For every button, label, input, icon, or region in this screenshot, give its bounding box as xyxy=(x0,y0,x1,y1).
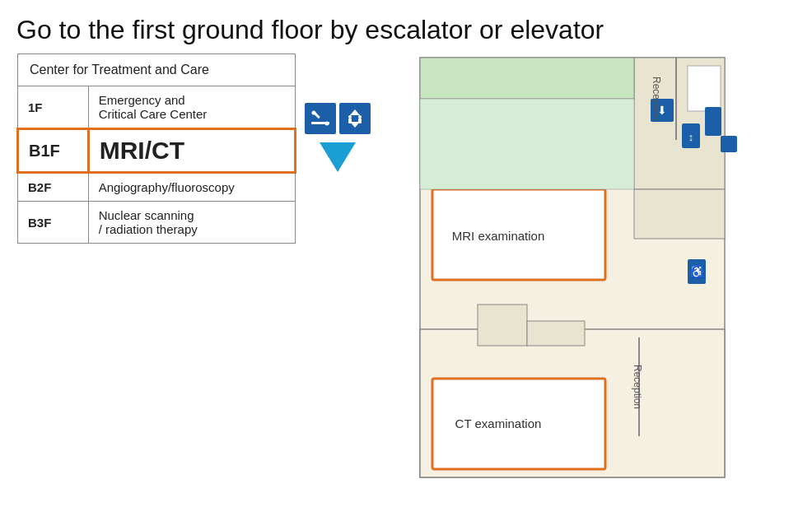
svg-text:Reception: Reception xyxy=(632,365,643,409)
svg-rect-33 xyxy=(420,58,634,99)
svg-point-8 xyxy=(358,115,362,119)
floor-b2f-desc: Angiography/fluoroscopy xyxy=(88,173,295,202)
left-panel: Center for Treatment and Care 1F Emergen… xyxy=(16,53,371,244)
svg-rect-7 xyxy=(348,119,352,123)
floor-1f-desc: Emergency andCritical Care Center xyxy=(88,86,295,129)
floor-b3f-desc: Nuclear scanning/ radiation therapy xyxy=(88,202,295,244)
svg-rect-13 xyxy=(688,66,721,111)
table-row: 1F Emergency andCritical Care Center xyxy=(18,86,296,129)
floor-map: ⬇ ↕ MRI examination ♿ xyxy=(395,45,749,490)
svg-text:↕: ↕ xyxy=(688,131,694,143)
svg-text:Reception: Reception xyxy=(651,77,662,121)
table-row: B2F Angiography/fluoroscopy xyxy=(18,173,296,202)
table-row: B3F Nuclear scanning/ radiation therapy xyxy=(18,202,296,244)
floor-b1f-desc: MRI/CT xyxy=(88,129,295,173)
svg-rect-27 xyxy=(527,321,585,346)
svg-rect-22 xyxy=(634,189,725,239)
down-arrow-icon xyxy=(320,142,356,172)
svg-rect-9 xyxy=(358,119,362,123)
svg-text:♿: ♿ xyxy=(690,265,705,279)
svg-rect-34 xyxy=(420,99,634,189)
floor-1f: 1F xyxy=(18,86,89,129)
map-svg: ⬇ ↕ MRI examination ♿ xyxy=(395,45,749,490)
table-header: Center for Treatment and Care xyxy=(18,54,296,86)
svg-text:CT examination: CT examination xyxy=(455,416,542,430)
svg-rect-26 xyxy=(478,305,527,346)
svg-rect-18 xyxy=(705,107,721,136)
escalator-icon xyxy=(305,103,336,134)
floor-b2f: B2F xyxy=(18,173,89,202)
floor-b1f: B1F xyxy=(18,129,89,173)
svg-point-3 xyxy=(325,122,329,126)
svg-rect-12 xyxy=(675,58,677,140)
svg-text:MRI examination: MRI examination xyxy=(452,229,545,243)
floor-b3f: B3F xyxy=(18,202,89,244)
elevator-icon xyxy=(339,103,371,134)
table-row-b1f: B1F MRI/CT xyxy=(18,129,296,173)
direction-indicator xyxy=(305,53,371,172)
svg-point-6 xyxy=(348,115,352,119)
svg-rect-19 xyxy=(721,136,737,152)
transport-icons xyxy=(305,103,371,134)
svg-marker-4 xyxy=(350,109,360,115)
floor-table: Center for Treatment and Care 1F Emergen… xyxy=(16,53,296,244)
svg-point-2 xyxy=(312,111,316,115)
